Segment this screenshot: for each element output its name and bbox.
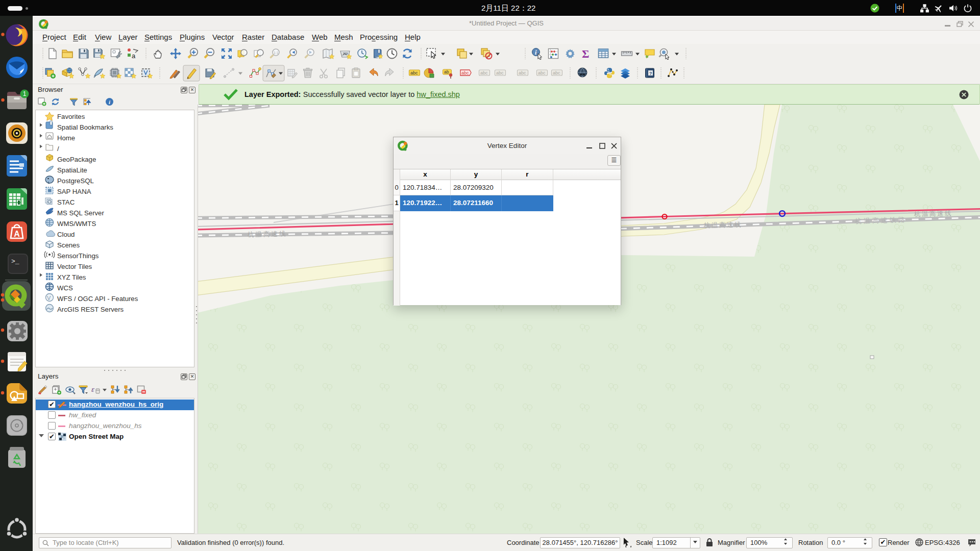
svg-text:ε: ε [91,385,94,393]
svg-text:SAP HANA: SAP HANA [57,188,91,195]
svg-text:PostgreSQL: PostgreSQL [57,177,94,185]
svg-text:ArcGIS REST Servers: ArcGIS REST Servers [57,306,124,313]
svg-text:杭温高速线: 杭温高速线 [703,221,742,229]
svg-text:杭温高速铁路: 杭温高速铁路 [855,216,907,225]
svg-text:STAC: STAC [57,198,75,206]
svg-text:V: V [47,295,51,301]
svg-text:杭温高速线: 杭温高速线 [914,210,952,218]
svg-text:GeoPackage: GeoPackage [57,156,96,163]
svg-text:A: A [14,230,20,238]
svg-text:Scenes: Scenes [57,241,80,249]
svg-text:杭温高速线: 杭温高速线 [247,230,287,238]
svg-text:MS SQL Server: MS SQL Server [57,209,104,217]
svg-text:Home: Home [57,134,75,142]
svg-text:XYZ Tiles: XYZ Tiles [57,273,86,281]
svg-text:Vector Tiles: Vector Tiles [57,263,92,270]
svg-text:Cloud: Cloud [57,231,75,238]
svg-text:WMS/WMTS: WMS/WMTS [57,220,96,228]
svg-text:SensorThings: SensorThings [57,252,99,260]
svg-text:WFS / OGC API - Features: WFS / OGC API - Features [57,295,138,303]
svg-text:>_: >_ [11,258,19,265]
svg-text:SpatiaLite: SpatiaLite [57,166,87,174]
svg-text:WCS: WCS [57,284,73,292]
svg-text:Favorites: Favorites [57,113,85,120]
svg-text:/: / [57,145,59,153]
svg-text:Spatial Bookmarks: Spatial Bookmarks [57,123,113,131]
svg-text:1: 1 [23,90,27,97]
